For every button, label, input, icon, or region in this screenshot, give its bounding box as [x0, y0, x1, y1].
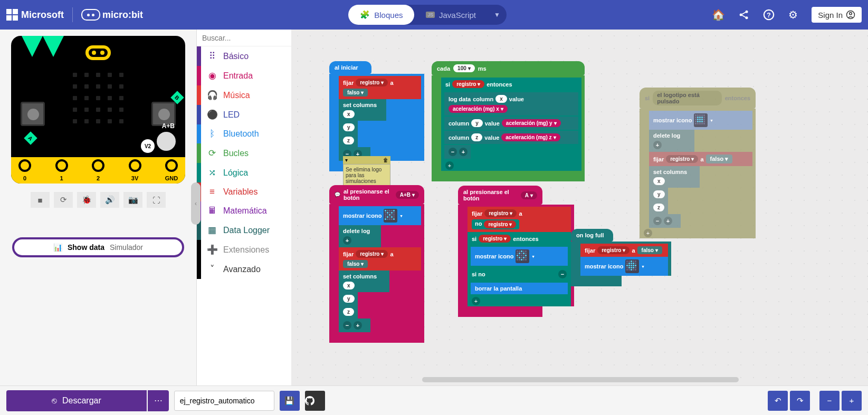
comment-icon[interactable]: 💬: [335, 192, 340, 197]
zoom-out-button[interactable]: −: [819, 391, 840, 411]
bool-false[interactable]: falso ▾: [343, 89, 368, 96]
category-label: Variables: [223, 187, 258, 197]
block-show-icon4[interactable]: mostrar icono ▾: [580, 257, 668, 276]
microbit-logo[interactable]: micro:bit: [81, 9, 143, 21]
download-button[interactable]: ⎋ Descargar: [6, 390, 147, 411]
category-extensiones[interactable]: ➕Extensiones: [197, 240, 291, 259]
block-set-var2[interactable]: fijarregistro ▾afalso ▾: [339, 247, 421, 271]
restart-button[interactable]: ⟳: [54, 192, 73, 208]
redo-button[interactable]: ↷: [790, 391, 810, 411]
mute-button[interactable]: 🔊: [100, 192, 119, 208]
category-logica[interactable]: ⤮Lógica: [197, 163, 291, 182]
block-set-var[interactable]: fijar registro ▾ a falso ▾: [339, 76, 421, 99]
pin-2[interactable]: 2: [92, 159, 104, 172]
hat-on-ab[interactable]: 💬 al presionarse el botón A+B ▾: [329, 185, 424, 204]
pin-0[interactable]: 0: [18, 159, 31, 172]
undo-button[interactable]: ↶: [768, 391, 788, 411]
var-dropdown[interactable]: registro ▾: [356, 79, 388, 86]
category-musica[interactable]: 🎧Música: [197, 85, 291, 105]
block-not[interactable]: noregistro ▾: [472, 219, 519, 229]
col-z[interactable]: z: [339, 134, 358, 147]
block-set-columns[interactable]: set columns x: [339, 99, 386, 121]
hat-on-log-full[interactable]: on log full: [571, 229, 613, 242]
button-ab[interactable]: [157, 132, 176, 151]
block-set-var4[interactable]: fijarregistro ▾afalso ▾: [649, 152, 752, 166]
microbit-simulator[interactable]: A B A+B V2 0 1 2 3V GND: [11, 36, 185, 184]
stack-on-start[interactable]: al iniciar fijar registro ▾ a falso ▾ se…: [329, 61, 424, 171]
language-chevron[interactable]: ▼: [488, 11, 507, 18]
block-comment[interactable]: ▾🗑 Se elimina logo para las simulaciones: [343, 156, 390, 187]
stack-on-a[interactable]: al presionarse el botón A ▾ fijarregistr…: [458, 186, 574, 317]
stack-on-log-full[interactable]: on log full fijarregistro ▾afalso ▾ most…: [571, 229, 671, 286]
save-icon: 💾: [284, 396, 294, 405]
category-basico[interactable]: ⠿Básico: [197, 46, 291, 66]
icon-preview[interactable]: [384, 209, 397, 223]
blocks-canvas[interactable]: al iniciar fijar registro ▾ a falso ▾ se…: [291, 30, 868, 385]
github-button[interactable]: [305, 391, 325, 411]
collapse-simulator[interactable]: ‹: [191, 182, 201, 225]
comment-chevron-icon[interactable]: ▾: [345, 157, 348, 163]
ms-value[interactable]: 100 ▾: [453, 64, 475, 72]
block-show-icon2[interactable]: mostrar icono ▾: [471, 247, 568, 266]
var-registro[interactable]: registro ▾: [452, 80, 484, 88]
pin-gnd[interactable]: GND: [165, 159, 178, 172]
help-icon[interactable]: ?: [763, 9, 775, 21]
category-data-logger[interactable]: ▦Data Logger: [197, 220, 291, 240]
block-set-var5[interactable]: fijarregistro ▾afalso ▾: [580, 244, 668, 257]
zoom-in-button[interactable]: +: [842, 391, 862, 411]
block-delete-log[interactable]: delete log+: [339, 225, 381, 247]
hat-on-a[interactable]: al presionarse el botón A ▾: [458, 186, 542, 205]
col-y[interactable]: y: [339, 121, 358, 134]
category-bluetooth[interactable]: ᛒBluetooth: [197, 124, 291, 143]
settings-icon[interactable]: ⚙: [788, 8, 798, 21]
block-set-columns2[interactable]: set columnsx: [339, 271, 389, 292]
category-avanzado[interactable]: ˅Avanzado: [197, 259, 291, 279]
share-icon[interactable]: [739, 9, 749, 20]
block-set-columns3[interactable]: set columnsx: [649, 166, 700, 188]
block-clear-screen[interactable]: borrar la pantalla: [471, 283, 568, 294]
button-a[interactable]: [21, 102, 45, 126]
canvas-scrollbar[interactable]: [422, 377, 739, 382]
stack-on-ab[interactable]: 💬 al presionarse el botón A+B ▾ mostrar …: [329, 185, 424, 343]
block-if2[interactable]: siregistro ▾entonces: [468, 232, 571, 245]
download-more-button[interactable]: ⋯: [148, 390, 169, 411]
block-col-z[interactable]: columnz valueaceleración (mg) z ▾: [444, 131, 578, 144]
pin-1[interactable]: 1: [55, 159, 68, 172]
block-set-var3[interactable]: fijarregistro ▾a noregistro ▾: [468, 207, 571, 232]
home-icon[interactable]: 🏠: [712, 8, 725, 21]
pin-3v[interactable]: 3V: [129, 159, 141, 172]
bug-icon: 🐞: [82, 195, 92, 204]
block-log-data[interactable]: log data columnx valueaceleración (mg) x…: [444, 92, 578, 115]
microsoft-logo[interactable]: Microsoft: [6, 9, 64, 21]
blocks-tab[interactable]: 🧩 Bloques: [348, 5, 414, 25]
stack-logo-pressed[interactable]: si el logotipo está pulsado entonces mos…: [640, 88, 756, 238]
block-show-icon[interactable]: mostrar icono ▾: [339, 206, 421, 225]
screenshot-button[interactable]: 📷: [123, 192, 142, 208]
category-label: Avanzado: [223, 265, 261, 274]
block-delete-log2[interactable]: delete log+: [649, 130, 694, 152]
debug-button[interactable]: 🐞: [77, 192, 96, 208]
project-name-input[interactable]: [174, 391, 274, 411]
category-entrada[interactable]: ◉Entrada: [197, 66, 291, 85]
block-if[interactable]: si registro ▾ entonces: [441, 78, 581, 91]
block-col-y[interactable]: columny valueaceleración (mg) y ▾: [444, 117, 578, 130]
category-bucles[interactable]: ⟳Bucles: [197, 143, 291, 163]
save-button[interactable]: 💾: [280, 391, 300, 411]
category-matematica[interactable]: 🖩Matemática: [197, 201, 291, 220]
fullscreen-button[interactable]: ⛶: [147, 192, 166, 208]
stop-button[interactable]: ■: [31, 192, 50, 208]
block-show-icon3[interactable]: mostrar icono ▾: [649, 111, 752, 130]
sign-in-button[interactable]: Sign In: [812, 7, 862, 23]
hat-every[interactable]: cada 100 ▾ ms: [432, 61, 585, 75]
category-led[interactable]: ⚫LED: [197, 105, 291, 124]
search-input[interactable]: [202, 34, 294, 42]
stack-every-ms[interactable]: cada 100 ▾ ms si registro ▾ entonces log…: [432, 61, 585, 181]
sound-icon: 🔊: [105, 195, 115, 204]
block-else[interactable]: si no−: [468, 267, 571, 281]
category-variables[interactable]: ≡Variables: [197, 182, 291, 201]
hat-on-start[interactable]: al iniciar: [329, 61, 371, 74]
show-data-button[interactable]: 📊 Show data Simulador: [12, 237, 184, 257]
javascript-tab[interactable]: JS JavaScript: [414, 5, 488, 25]
hat-if-logo[interactable]: si el logotipo está pulsado entonces: [640, 88, 756, 109]
trash-icon[interactable]: 🗑: [383, 157, 388, 163]
